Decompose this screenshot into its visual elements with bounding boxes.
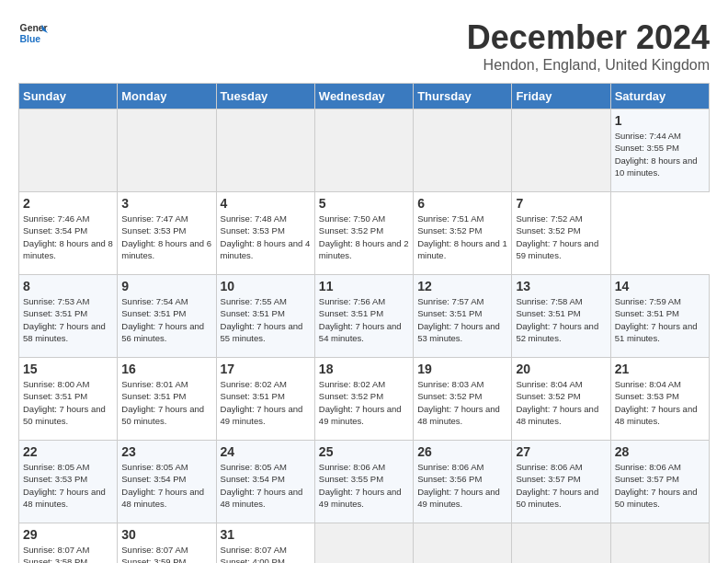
calendar-cell: 2Sunrise: 7:46 AMSunset: 3:54 PMDaylight… xyxy=(19,192,118,275)
day-info: Sunrise: 7:51 AMSunset: 3:52 PMDaylight:… xyxy=(417,213,507,261)
day-number: 20 xyxy=(516,362,606,376)
day-number: 17 xyxy=(221,362,311,376)
calendar-cell: 21Sunrise: 8:04 AMSunset: 3:53 PMDayligh… xyxy=(610,358,709,441)
calendar-header: Sunday Monday Tuesday Wednesday Thursday… xyxy=(19,84,710,109)
col-wednesday: Wednesday xyxy=(314,84,413,109)
day-info: Sunrise: 8:07 AMSunset: 3:58 PMDaylight:… xyxy=(23,544,113,563)
calendar-cell: 24Sunrise: 8:05 AMSunset: 3:54 PMDayligh… xyxy=(216,441,314,523)
calendar-week-row: 2Sunrise: 7:46 AMSunset: 3:54 PMDaylight… xyxy=(19,192,710,275)
calendar-cell: 5Sunrise: 7:50 AMSunset: 3:52 PMDaylight… xyxy=(314,192,413,275)
col-sunday: Sunday xyxy=(19,84,118,109)
calendar-cell: 26Sunrise: 8:06 AMSunset: 3:56 PMDayligh… xyxy=(414,441,512,523)
calendar-week-row: 15Sunrise: 8:00 AMSunset: 3:51 PMDayligh… xyxy=(19,358,710,441)
col-thursday: Thursday xyxy=(414,84,512,109)
calendar-cell: 31Sunrise: 8:07 AMSunset: 4:00 PMDayligh… xyxy=(216,523,314,564)
col-monday: Monday xyxy=(118,84,216,109)
calendar-cell xyxy=(512,109,610,192)
col-friday: Friday xyxy=(512,84,610,109)
day-info: Sunrise: 7:59 AMSunset: 3:51 PMDaylight:… xyxy=(615,295,705,344)
day-number: 16 xyxy=(121,362,211,376)
day-info: Sunrise: 7:46 AMSunset: 3:54 PMDaylight:… xyxy=(23,213,113,261)
day-number: 30 xyxy=(121,527,211,542)
day-number: 25 xyxy=(319,444,409,459)
day-info: Sunrise: 8:05 AMSunset: 3:54 PMDaylight:… xyxy=(221,461,311,510)
calendar-cell xyxy=(314,109,413,192)
calendar-week-row: 29Sunrise: 8:07 AMSunset: 3:58 PMDayligh… xyxy=(19,523,710,564)
day-number: 24 xyxy=(221,444,311,459)
col-saturday: Saturday xyxy=(610,84,709,109)
day-number: 2 xyxy=(23,196,113,211)
day-info: Sunrise: 8:01 AMSunset: 3:51 PMDaylight:… xyxy=(121,378,211,427)
day-number: 26 xyxy=(417,444,507,459)
calendar-cell: 23Sunrise: 8:05 AMSunset: 3:54 PMDayligh… xyxy=(118,441,216,523)
day-number: 3 xyxy=(121,196,211,211)
day-info: Sunrise: 7:50 AMSunset: 3:52 PMDaylight:… xyxy=(319,213,409,261)
col-tuesday: Tuesday xyxy=(216,84,314,109)
day-info: Sunrise: 8:04 AMSunset: 3:53 PMDaylight:… xyxy=(615,378,705,427)
day-number: 9 xyxy=(121,279,211,293)
calendar-cell: 10Sunrise: 7:55 AMSunset: 3:51 PMDayligh… xyxy=(216,275,314,358)
calendar-body: 1Sunrise: 7:44 AMSunset: 3:55 PMDaylight… xyxy=(19,109,710,564)
day-info: Sunrise: 7:48 AMSunset: 3:53 PMDaylight:… xyxy=(221,213,311,261)
calendar-cell: 28Sunrise: 8:06 AMSunset: 3:57 PMDayligh… xyxy=(610,441,709,523)
day-number: 21 xyxy=(615,362,705,376)
day-info: Sunrise: 8:03 AMSunset: 3:52 PMDaylight:… xyxy=(417,378,507,427)
calendar-cell xyxy=(314,523,413,564)
calendar-cell xyxy=(118,109,216,192)
calendar-week-row: 1Sunrise: 7:44 AMSunset: 3:55 PMDaylight… xyxy=(19,109,710,192)
day-info: Sunrise: 7:55 AMSunset: 3:51 PMDaylight:… xyxy=(221,295,311,344)
calendar-cell: 13Sunrise: 7:58 AMSunset: 3:51 PMDayligh… xyxy=(512,275,610,358)
day-number: 31 xyxy=(221,527,311,542)
calendar-cell: 16Sunrise: 8:01 AMSunset: 3:51 PMDayligh… xyxy=(118,358,216,441)
day-info: Sunrise: 8:06 AMSunset: 3:55 PMDaylight:… xyxy=(319,461,409,510)
day-number: 27 xyxy=(516,444,606,459)
day-info: Sunrise: 8:07 AMSunset: 3:59 PMDaylight:… xyxy=(121,544,211,563)
day-number: 6 xyxy=(417,196,507,211)
day-info: Sunrise: 8:00 AMSunset: 3:51 PMDaylight:… xyxy=(23,378,113,427)
calendar-cell: 17Sunrise: 8:02 AMSunset: 3:51 PMDayligh… xyxy=(216,358,314,441)
calendar-cell xyxy=(610,523,709,564)
day-number: 28 xyxy=(615,444,705,459)
calendar-cell: 29Sunrise: 8:07 AMSunset: 3:58 PMDayligh… xyxy=(19,523,118,564)
day-info: Sunrise: 8:02 AMSunset: 3:51 PMDaylight:… xyxy=(221,378,311,427)
day-info: Sunrise: 8:04 AMSunset: 3:52 PMDaylight:… xyxy=(516,378,606,427)
calendar-cell xyxy=(512,523,610,564)
svg-text:Blue: Blue xyxy=(20,34,41,44)
day-info: Sunrise: 8:02 AMSunset: 3:52 PMDaylight:… xyxy=(319,378,409,427)
calendar-cell: 15Sunrise: 8:00 AMSunset: 3:51 PMDayligh… xyxy=(19,358,118,441)
day-info: Sunrise: 8:07 AMSunset: 4:00 PMDaylight:… xyxy=(221,544,311,563)
day-number: 5 xyxy=(319,196,409,211)
day-number: 11 xyxy=(319,279,409,293)
day-info: Sunrise: 7:54 AMSunset: 3:51 PMDaylight:… xyxy=(121,295,211,344)
calendar-cell: 8Sunrise: 7:53 AMSunset: 3:51 PMDaylight… xyxy=(19,275,118,358)
calendar-cell: 11Sunrise: 7:56 AMSunset: 3:51 PMDayligh… xyxy=(314,275,413,358)
day-number: 15 xyxy=(23,362,113,376)
calendar-cell: 4Sunrise: 7:48 AMSunset: 3:53 PMDaylight… xyxy=(216,192,314,275)
day-info: Sunrise: 8:06 AMSunset: 3:56 PMDaylight:… xyxy=(417,461,507,510)
calendar-cell: 20Sunrise: 8:04 AMSunset: 3:52 PMDayligh… xyxy=(512,358,610,441)
day-info: Sunrise: 7:56 AMSunset: 3:51 PMDaylight:… xyxy=(319,295,409,344)
day-number: 4 xyxy=(221,196,311,211)
calendar-cell xyxy=(19,109,118,192)
day-info: Sunrise: 8:05 AMSunset: 3:54 PMDaylight:… xyxy=(121,461,211,510)
day-number: 23 xyxy=(121,444,211,459)
day-number: 1 xyxy=(615,113,705,128)
calendar-cell xyxy=(414,109,512,192)
day-number: 8 xyxy=(23,279,113,293)
day-info: Sunrise: 7:52 AMSunset: 3:52 PMDaylight:… xyxy=(516,213,606,261)
calendar-cell: 18Sunrise: 8:02 AMSunset: 3:52 PMDayligh… xyxy=(314,358,413,441)
day-number: 10 xyxy=(221,279,311,293)
day-number: 19 xyxy=(417,362,507,376)
calendar-cell xyxy=(216,109,314,192)
logo: General Blue xyxy=(18,18,48,48)
calendar-cell: 12Sunrise: 7:57 AMSunset: 3:51 PMDayligh… xyxy=(414,275,512,358)
calendar-cell: 30Sunrise: 8:07 AMSunset: 3:59 PMDayligh… xyxy=(118,523,216,564)
calendar-cell: 14Sunrise: 7:59 AMSunset: 3:51 PMDayligh… xyxy=(610,275,709,358)
calendar-title: December 2024 xyxy=(467,18,710,57)
calendar-cell xyxy=(414,523,512,564)
day-number: 22 xyxy=(23,444,113,459)
calendar-week-row: 8Sunrise: 7:53 AMSunset: 3:51 PMDaylight… xyxy=(19,275,710,358)
calendar-cell: 1Sunrise: 7:44 AMSunset: 3:55 PMDaylight… xyxy=(610,109,709,192)
day-info: Sunrise: 8:05 AMSunset: 3:53 PMDaylight:… xyxy=(23,461,113,510)
day-info: Sunrise: 7:44 AMSunset: 3:55 PMDaylight:… xyxy=(615,130,705,178)
